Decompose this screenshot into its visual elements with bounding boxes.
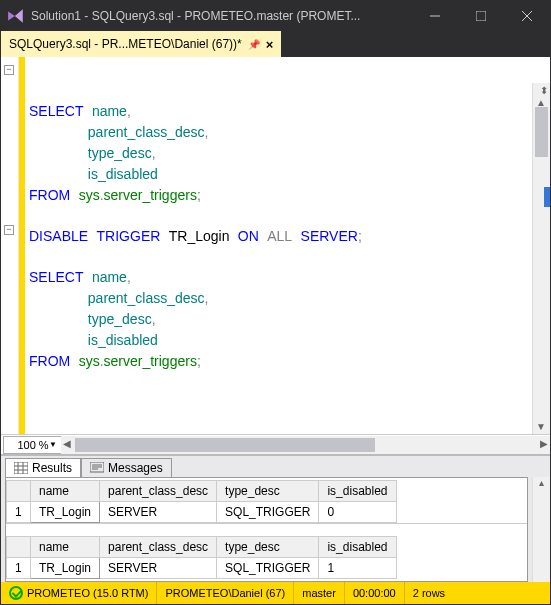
scroll-up-icon[interactable]: ▴ xyxy=(533,477,550,488)
scrollbar-thumb[interactable] xyxy=(535,107,548,157)
document-tabs: SQLQuery3.sql - PR...METEO\Daniel (67))*… xyxy=(1,31,550,57)
scroll-marker xyxy=(544,187,550,207)
table-row[interactable]: 1 TR_Login SERVER SQL_TRIGGER 1 xyxy=(7,558,397,579)
results-grid-1[interactable]: name parent_class_desc type_desc is_disa… xyxy=(6,480,397,523)
editor-vertical-scrollbar[interactable]: ⬍ ▲ ▼ xyxy=(532,83,550,434)
status-user: PROMETEO\Daniel (67) xyxy=(156,582,293,604)
status-rows: 2 rows xyxy=(404,582,453,604)
row-number[interactable]: 1 xyxy=(7,502,31,523)
status-connection: PROMETEO (15.0 RTM) xyxy=(1,582,156,604)
results-panel: Results Messages name parent_class_desc … xyxy=(1,454,550,582)
fold-toggle-icon[interactable]: − xyxy=(4,225,14,235)
col-disabled[interactable]: is_disabled xyxy=(319,481,396,502)
status-server-label: PROMETEO (15.0 RTM) xyxy=(27,587,148,599)
results-tabs: Results Messages xyxy=(1,456,550,477)
cell-type[interactable]: SQL_TRIGGER xyxy=(217,558,319,579)
status-database: master xyxy=(293,582,344,604)
cell-disabled[interactable]: 1 xyxy=(319,558,396,579)
tab-messages-label: Messages xyxy=(108,461,163,475)
results-vertical-scrollbar[interactable]: ▴ xyxy=(532,477,550,582)
code-content[interactable]: SELECT name, parent_class_desc, type_des… xyxy=(25,57,550,434)
sql-editor[interactable]: − − SELECT name, parent_class_desc, type… xyxy=(1,57,550,434)
col-disabled[interactable]: is_disabled xyxy=(319,537,396,558)
results-grids: name parent_class_desc type_desc is_disa… xyxy=(5,477,528,582)
success-icon xyxy=(9,586,23,600)
col-parent[interactable]: parent_class_desc xyxy=(100,537,217,558)
cell-name[interactable]: TR_Login xyxy=(31,558,100,579)
col-type[interactable]: type_desc xyxy=(217,481,319,502)
tab-sqlquery3[interactable]: SQLQuery3.sql - PR...METEO\Daniel (67))*… xyxy=(1,31,281,57)
zoom-row: ▼ ◀ ▶ xyxy=(1,434,550,454)
results-grid-2[interactable]: name parent_class_desc type_desc is_disa… xyxy=(6,536,397,579)
fold-toggle-icon[interactable]: − xyxy=(4,65,14,75)
tab-results[interactable]: Results xyxy=(5,458,81,477)
status-bar: PROMETEO (15.0 RTM) PROMETEO\Daniel (67)… xyxy=(1,582,550,604)
tab-messages[interactable]: Messages xyxy=(81,458,172,477)
scroll-left-icon[interactable]: ◀ xyxy=(63,438,71,449)
app-icon xyxy=(7,7,25,25)
minimize-button[interactable] xyxy=(412,1,458,31)
row-header-blank xyxy=(7,481,31,502)
scrollbar-thumb[interactable] xyxy=(75,438,375,452)
cell-type[interactable]: SQL_TRIGGER xyxy=(217,502,319,523)
cell-parent[interactable]: SERVER xyxy=(100,502,217,523)
svg-rect-1 xyxy=(14,462,28,474)
editor-horizontal-scrollbar[interactable]: ◀ ▶ xyxy=(61,436,550,454)
col-parent[interactable]: parent_class_desc xyxy=(100,481,217,502)
cell-disabled[interactable]: 0 xyxy=(319,502,396,523)
row-header-blank xyxy=(7,537,31,558)
tab-results-label: Results xyxy=(32,461,72,475)
cell-name[interactable]: TR_Login xyxy=(31,502,100,523)
tab-label: SQLQuery3.sql - PR...METEO\Daniel (67))* xyxy=(9,37,242,51)
close-button[interactable] xyxy=(504,1,550,31)
table-header-row: name parent_class_desc type_desc is_disa… xyxy=(7,537,397,558)
col-name[interactable]: name xyxy=(31,537,100,558)
grid-icon xyxy=(14,462,28,474)
fold-gutter: − − xyxy=(1,57,19,434)
close-tab-icon[interactable]: × xyxy=(266,37,274,52)
svg-rect-0 xyxy=(476,11,486,21)
cell-parent[interactable]: SERVER xyxy=(100,558,217,579)
table-row[interactable]: 1 TR_Login SERVER SQL_TRIGGER 0 xyxy=(7,502,397,523)
zoom-dropdown[interactable] xyxy=(3,436,63,454)
scroll-right-icon[interactable]: ▶ xyxy=(540,438,548,449)
scroll-down-icon[interactable]: ▼ xyxy=(536,421,546,432)
row-number[interactable]: 1 xyxy=(7,558,31,579)
messages-icon xyxy=(90,462,104,474)
table-header-row: name parent_class_desc type_desc is_disa… xyxy=(7,481,397,502)
title-bar: Solution1 - SQLQuery3.sql - PROMETEO.mas… xyxy=(1,1,550,31)
maximize-button[interactable] xyxy=(458,1,504,31)
window-title: Solution1 - SQLQuery3.sql - PROMETEO.mas… xyxy=(31,9,412,23)
split-icon[interactable]: ⬍ xyxy=(540,85,548,96)
status-time: 00:00:00 xyxy=(344,582,404,604)
col-name[interactable]: name xyxy=(31,481,100,502)
pin-icon[interactable]: 📌 xyxy=(248,39,260,50)
col-type[interactable]: type_desc xyxy=(217,537,319,558)
